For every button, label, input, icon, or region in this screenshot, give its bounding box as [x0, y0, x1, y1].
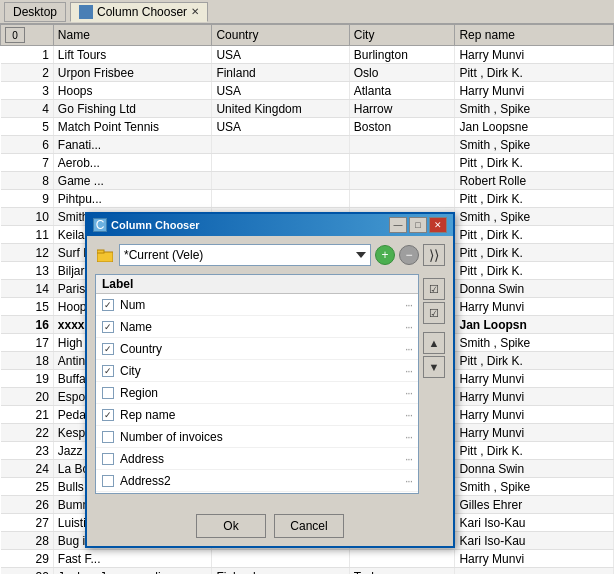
- checkbox-city[interactable]: [102, 365, 114, 377]
- column-menu-dots[interactable]: ···: [405, 408, 412, 422]
- checkbox-country[interactable]: [102, 343, 114, 355]
- dialog-icon-label: C: [96, 218, 105, 232]
- dialog-maximize-button[interactable]: □: [409, 217, 427, 233]
- grid-container: 0 Name Country City Rep name 1Lift Tours…: [0, 24, 614, 574]
- column-menu-dots[interactable]: ···: [405, 298, 412, 312]
- columns-list-wrapper: Label Num···Name···Country···City···Regi…: [95, 274, 419, 502]
- table-icon: [79, 5, 93, 19]
- checkbox-name[interactable]: [102, 321, 114, 333]
- list-area: Label Num···Name···Country···City···Regi…: [95, 274, 445, 502]
- column-list-item[interactable]: Country···: [96, 338, 418, 360]
- columns-list[interactable]: Label Num···Name···Country···City···Regi…: [95, 274, 419, 494]
- side-btn-move-down[interactable]: ▼: [423, 356, 445, 378]
- column-menu-dots[interactable]: ···: [405, 342, 412, 356]
- tab-desktop[interactable]: Desktop: [4, 2, 66, 22]
- column-list-item[interactable]: Name···: [96, 316, 418, 338]
- dropdown-row: *Current (Vele) + − ⟩⟩: [95, 244, 445, 266]
- dialog-title-text: Column Chooser: [111, 219, 200, 231]
- add-preset-button[interactable]: +: [375, 245, 395, 265]
- remove-preset-button[interactable]: −: [399, 245, 419, 265]
- taskbar: Desktop Column Chooser ✕: [0, 0, 614, 24]
- dialog-title-left: C Column Chooser: [93, 218, 200, 232]
- column-menu-dots[interactable]: ···: [405, 474, 412, 488]
- checkbox-num-invoices[interactable]: [102, 431, 114, 443]
- folder-icon: [95, 246, 115, 264]
- checkbox-region[interactable]: [102, 387, 114, 399]
- column-menu-dots[interactable]: ···: [405, 452, 412, 466]
- column-list-item[interactable]: Address2···: [96, 470, 418, 492]
- dialog-footer: Ok Cancel: [87, 510, 453, 546]
- checkbox-address2[interactable]: [102, 475, 114, 487]
- column-list-item[interactable]: Rep name···: [96, 404, 418, 426]
- ok-button[interactable]: Ok: [196, 514, 266, 538]
- column-label-name: Name: [120, 320, 399, 334]
- svg-rect-1: [97, 250, 104, 253]
- side-buttons: ☑ ☑ ▲ ▼: [423, 274, 445, 502]
- columns-list-items: Num···Name···Country···City···Region···R…: [96, 294, 418, 492]
- columns-header-label: Label: [102, 277, 133, 291]
- checkbox-address[interactable]: [102, 453, 114, 465]
- column-label-num: Num: [120, 298, 399, 312]
- tab-close-icon[interactable]: ✕: [191, 6, 199, 17]
- side-btn-move-up[interactable]: ▲: [423, 332, 445, 354]
- column-label-address2: Address2: [120, 474, 399, 488]
- tab-desktop-label: Desktop: [13, 5, 57, 19]
- dialog-close-button[interactable]: ✕: [429, 217, 447, 233]
- column-menu-dots[interactable]: ···: [405, 364, 412, 378]
- dialog-app-icon: C: [93, 218, 107, 232]
- folder-svg: [97, 248, 113, 262]
- dialog-controls: — □ ✕: [389, 217, 447, 233]
- column-menu-dots[interactable]: ···: [405, 320, 412, 334]
- columns-list-header: Label: [96, 275, 418, 294]
- cancel-button[interactable]: Cancel: [274, 514, 344, 538]
- column-list-item[interactable]: Num···: [96, 294, 418, 316]
- checkbox-repname[interactable]: [102, 409, 114, 421]
- side-btn-uncheck-all[interactable]: ☑: [423, 302, 445, 324]
- preset-dropdown[interactable]: *Current (Vele): [119, 244, 371, 266]
- dialog-body: *Current (Vele) + − ⟩⟩ Label Num···Name·…: [87, 236, 453, 510]
- column-menu-dots[interactable]: ···: [405, 386, 412, 400]
- column-chooser-dialog: C Column Chooser — □ ✕ *Current (V: [85, 212, 455, 548]
- column-label-num-invoices: Number of invoices: [120, 430, 399, 444]
- column-list-item[interactable]: Region···: [96, 382, 418, 404]
- column-label-country: Country: [120, 342, 399, 356]
- tab-column-chooser-label: Column Chooser: [97, 5, 187, 19]
- checkbox-num[interactable]: [102, 299, 114, 311]
- dialog-minimize-button[interactable]: —: [389, 217, 407, 233]
- column-list-item[interactable]: Number of invoices···: [96, 426, 418, 448]
- tab-column-chooser[interactable]: Column Chooser ✕: [70, 2, 208, 22]
- column-label-repname: Rep name: [120, 408, 399, 422]
- column-list-item[interactable]: City···: [96, 360, 418, 382]
- column-label-city: City: [120, 364, 399, 378]
- column-label-region: Region: [120, 386, 399, 400]
- column-label-address: Address: [120, 452, 399, 466]
- expand-button[interactable]: ⟩⟩: [423, 244, 445, 266]
- column-list-item[interactable]: Address···: [96, 448, 418, 470]
- column-menu-dots[interactable]: ···: [405, 430, 412, 444]
- side-btn-check-all[interactable]: ☑: [423, 278, 445, 300]
- dialog-titlebar: C Column Chooser — □ ✕: [87, 214, 453, 236]
